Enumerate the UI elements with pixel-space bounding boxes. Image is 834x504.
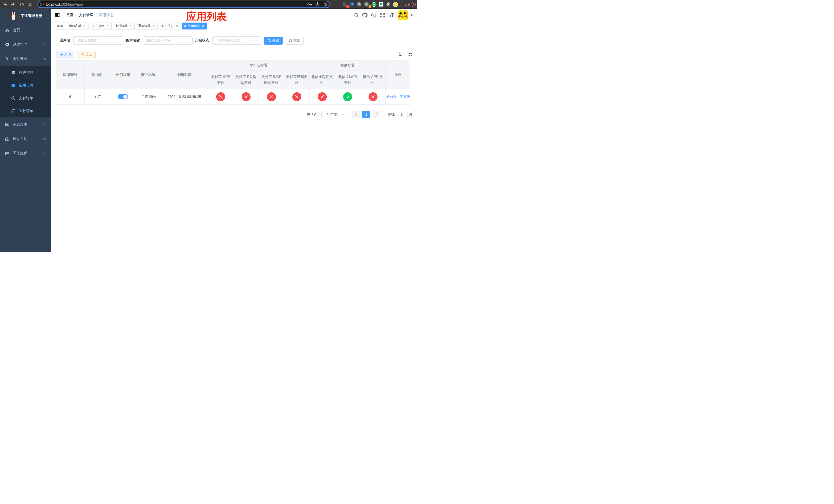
col-created[interactable]: 创建时间 <box>161 61 208 89</box>
page-size-select[interactable]: 10条/页 <box>321 111 347 118</box>
col-alipay-qr[interactable]: 支付宝扫码支付 <box>284 70 310 89</box>
show-search-toggle-button[interactable] <box>397 51 404 58</box>
cell-wechat-mini <box>310 89 335 105</box>
app-table: 应用编号 应用名 开启状态 商户名称 创建时间 支付宝配置 微信配置 操作 支付… <box>56 60 410 105</box>
status-toggle[interactable] <box>118 94 128 99</box>
close-icon[interactable]: ✕ <box>175 24 178 28</box>
col-status[interactable]: 开启状态 <box>110 61 136 89</box>
sidebar-item-system[interactable]: 系统管理 <box>0 38 51 52</box>
col-merchant[interactable]: 商户名称 <box>136 61 161 89</box>
bookmark-star-icon[interactable] <box>323 2 328 7</box>
col-wechat-jsapi[interactable]: 微信 JSAPI 支付 <box>335 70 360 89</box>
sidebar-toggle-button[interactable] <box>54 9 61 22</box>
col-app-id[interactable]: 应用编号 <box>56 61 85 89</box>
col-alipay-pc[interactable]: 支付宝 PC 网站支付 <box>233 70 259 89</box>
url-bar[interactable]: localhost:1024/pay/app <box>38 1 330 8</box>
browser-forward-button[interactable] <box>9 0 17 9</box>
browser-profile-avatar[interactable] <box>392 0 399 9</box>
cell-alipay-app <box>208 89 233 105</box>
sidebar-item-workflow[interactable]: 工作流程 <box>0 146 51 160</box>
status-select[interactable]: 请选择开启状态 <box>212 37 261 45</box>
sidebar-item-home[interactable]: 首页 <box>0 23 51 38</box>
chevron-down-icon <box>43 123 46 125</box>
breadcrumb: 首页 / 支付管理 / 应用信息 <box>66 9 113 22</box>
status-check-icon <box>343 92 352 101</box>
extension-chat-icon[interactable] <box>377 0 385 9</box>
extension-y-icon[interactable]: y <box>370 0 377 9</box>
add-button[interactable]: 新增 <box>56 51 74 59</box>
user-avatar[interactable] <box>398 10 408 20</box>
col-group-wechat: 微信配置 <box>310 61 386 70</box>
status-cross-icon <box>369 92 377 101</box>
sidebar-item-merchant-info[interactable]: 商户信息 <box>0 66 51 79</box>
cell-status <box>110 89 136 105</box>
close-icon[interactable]: ✕ <box>83 24 86 28</box>
sidebar-item-dev-tools[interactable]: 研发工具 <box>0 132 51 146</box>
extension-command-icon[interactable]: ⌘ <box>356 0 363 9</box>
col-wechat-mini[interactable]: 微信小程序支付 <box>310 70 335 89</box>
col-wechat-app[interactable]: 微信 APP 支付 <box>360 70 386 89</box>
tab-app-info[interactable]: 应用信息 ✕ <box>182 23 207 29</box>
browser-reload-button[interactable] <box>18 0 26 9</box>
next-page-button[interactable] <box>373 111 380 118</box>
extension-blocks-icon[interactable]: 10 <box>341 0 349 9</box>
header-font-size-button[interactable] <box>387 9 396 22</box>
browser-menu-kebab-icon[interactable] <box>415 2 417 7</box>
url-text[interactable]: localhost:1024/pay/app <box>46 2 83 6</box>
cell-alipay-pc <box>233 89 259 105</box>
hamburger-icon <box>56 13 60 17</box>
browser-update-button[interactable]: 更新 <box>402 2 414 7</box>
page-number-button[interactable]: 1 <box>363 111 370 118</box>
sidebar-item-infrastructure[interactable]: 基础设施 <box>0 117 51 132</box>
edit-link[interactable]: 修改 <box>386 95 396 99</box>
close-icon[interactable]: ✕ <box>201 24 205 28</box>
delete-link[interactable]: 删除 <box>399 94 410 99</box>
tab-process-form[interactable]: 流程表单 ✕ <box>67 23 88 29</box>
browser-home-button[interactable] <box>26 0 34 9</box>
col-app-name[interactable]: 应用名 <box>85 61 110 89</box>
header-search-button[interactable] <box>352 9 361 22</box>
header-github-button[interactable] <box>360 9 369 22</box>
col-alipay-wap[interactable]: 支付宝 WAP 网站支付 <box>259 70 284 89</box>
sidebar-item-payment[interactable]: ¥ 支付管理 <box>0 52 51 66</box>
password-key-icon[interactable] <box>307 3 312 6</box>
app-name-input[interactable] <box>73 37 123 45</box>
refresh-table-button[interactable] <box>407 51 414 58</box>
tab-home[interactable]: 首页 <box>54 23 65 29</box>
extensions-puzzle-icon[interactable] <box>385 0 392 9</box>
goto-page-input[interactable] <box>396 111 408 118</box>
avatar-dropdown-caret-icon[interactable] <box>410 9 413 22</box>
pikachu-avatar-icon <box>398 10 408 20</box>
share-icon[interactable] <box>315 2 320 7</box>
page-annotation: 应用列表 <box>186 11 227 22</box>
tab-merchant-info[interactable]: 商户信息 ✕ <box>159 23 181 29</box>
sidebar-item-refund-orders[interactable]: 退款订单 <box>0 105 51 117</box>
col-alipay-app[interactable]: 支付宝 APP 支付 <box>208 70 233 89</box>
sidebar-item-app-info[interactable]: 应用信息 <box>0 79 51 92</box>
site-info-icon[interactable] <box>40 3 44 6</box>
sidebar-item-payment-orders[interactable]: 支付订单 <box>0 92 51 105</box>
tab-payment-orders[interactable]: 支付订单 ✕ <box>113 23 135 29</box>
prev-page-button[interactable] <box>352 111 360 118</box>
header-help-button[interactable] <box>369 9 378 22</box>
close-icon[interactable]: ✕ <box>129 24 132 28</box>
search-button[interactable]: 搜索 <box>264 37 283 45</box>
reset-button[interactable]: 重置 <box>285 37 304 45</box>
close-icon[interactable]: ✕ <box>106 24 109 28</box>
tab-user-group[interactable]: 用户分组 ✕ <box>90 23 112 29</box>
merchant-name-input[interactable] <box>143 37 193 45</box>
browser-chrome: localhost:1024/pay/app 10 <box>0 0 417 9</box>
breadcrumb-home[interactable]: 首页 <box>66 13 73 18</box>
header-fullscreen-button[interactable] <box>378 9 387 22</box>
extension-recorder-icon[interactable]: 1 <box>363 0 370 9</box>
close-icon[interactable]: ✕ <box>152 24 155 28</box>
sidebar-logo[interactable]: 芋道管理系统 <box>0 9 51 23</box>
breadcrumb-payment[interactable]: 支付管理 <box>79 13 93 18</box>
tab-refund-orders[interactable]: 退款订单 ✕ <box>136 23 158 29</box>
browser-back-button[interactable] <box>1 0 9 9</box>
edit-pencil-icon <box>386 95 389 98</box>
extension-gem-icon[interactable] <box>349 0 356 9</box>
export-button[interactable]: 导出 <box>77 51 96 59</box>
search-icon <box>354 13 359 18</box>
emoji-avatar-icon <box>393 2 398 7</box>
